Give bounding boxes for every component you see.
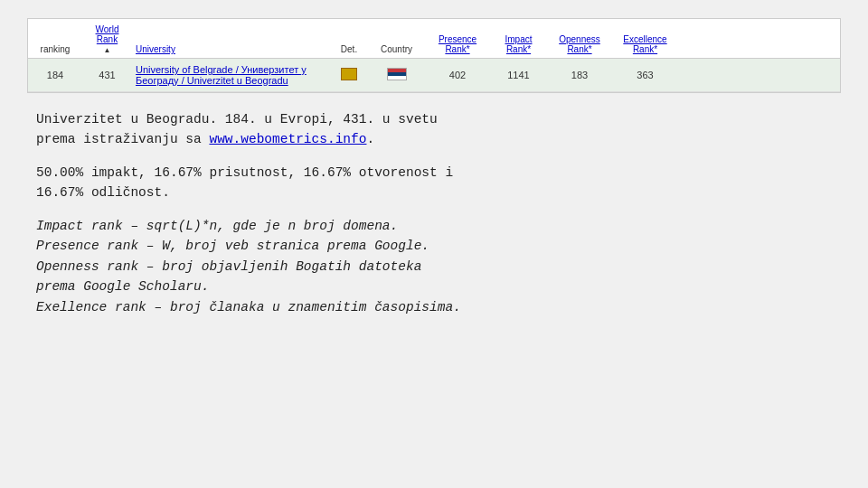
- cell-university[interactable]: University of Belgrade / Универзитет у Б…: [132, 62, 331, 88]
- cell-det[interactable]: [331, 66, 367, 84]
- paragraph-definitions: Impact rank – sqrt(L)*n, gde je n broj d…: [36, 216, 832, 317]
- sort-arrow-icon: ▲: [104, 46, 111, 54]
- intro-line1: Univerzitet u Beogradu. 184. u Evropi, 4…: [36, 112, 438, 127]
- def-openness-line2: prema Google Scholaru.: [36, 279, 209, 294]
- col-header-impact[interactable]: Impact Rank*: [489, 33, 548, 56]
- table-header-row: ranking World Rank ▲ University Det. Cou…: [28, 19, 840, 59]
- paragraph-stats: 50.00% impakt, 16.67% prisutnost, 16.67%…: [36, 163, 832, 203]
- cell-world-rank: 431: [82, 68, 132, 82]
- cell-excellence: 363: [611, 68, 679, 82]
- intro-line2-prefix: prema istraživanju sa: [36, 132, 209, 146]
- ranking-table: ranking World Rank ▲ University Det. Cou…: [27, 18, 841, 93]
- def-presence: Presence rank – W, broj veb stranica pre…: [36, 239, 429, 253]
- flag-icon: [387, 68, 407, 80]
- col-header-openness[interactable]: Openness Rank*: [548, 33, 611, 56]
- stats-line1: 50.00% impakt, 16.67% prisutnost, 16.67%…: [36, 165, 453, 180]
- col-header-country: Country: [367, 42, 426, 56]
- col-header-det: Det.: [331, 42, 367, 56]
- stats-line2: 16.67% odličnost.: [36, 185, 170, 200]
- paragraph-intro: Univerzitet u Beogradu. 184. u Evropi, 4…: [36, 109, 832, 150]
- cell-ranking: 184: [28, 68, 82, 82]
- table-row: 184 431 University of Belgrade / Универз…: [28, 59, 840, 92]
- col-header-excellence[interactable]: Excellence Rank*: [611, 33, 679, 56]
- cell-presence: 402: [426, 68, 489, 82]
- webometrics-link[interactable]: www.webometrics.info: [209, 132, 366, 146]
- main-container: ranking World Rank ▲ University Det. Cou…: [0, 0, 868, 488]
- content-area: Univerzitet u Beogradu. 184. u Evropi, 4…: [27, 109, 841, 330]
- intro-line2-suffix: .: [366, 132, 374, 146]
- cell-openness: 183: [548, 68, 611, 82]
- def-impact: Impact rank – sqrt(L)*n, gde je n broj d…: [36, 219, 398, 233]
- col-header-university[interactable]: University: [132, 42, 331, 56]
- col-header-world-rank[interactable]: World Rank ▲: [82, 23, 132, 56]
- col-header-ranking: ranking: [28, 42, 82, 56]
- col-header-presence[interactable]: Presence Rank*: [426, 33, 489, 56]
- def-openness-line1: Openness rank – broj objavljenih Bogatih…: [36, 259, 421, 274]
- cell-impact: 1141: [489, 68, 548, 82]
- cell-country: [367, 66, 426, 84]
- det-icon: [341, 68, 357, 80]
- def-excellence: Exellence rank – broj članaka u znamenit…: [36, 300, 461, 314]
